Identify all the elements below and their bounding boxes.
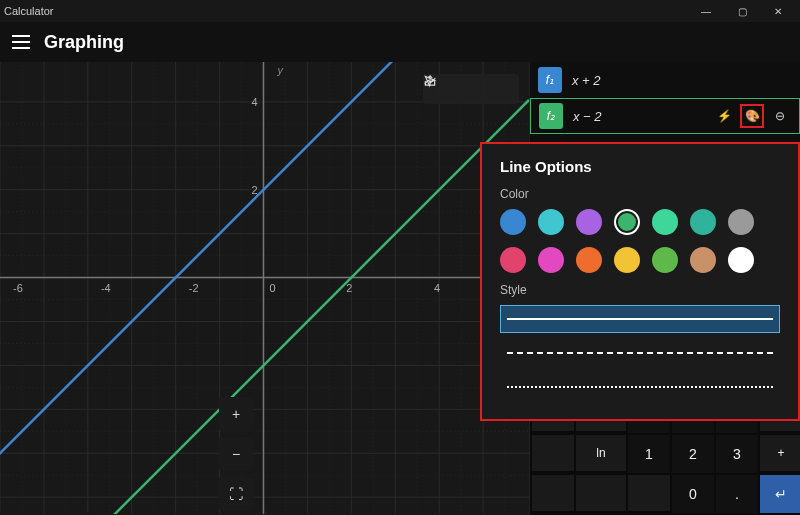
header: Graphing [0, 22, 800, 62]
svg-text:4: 4 [252, 96, 258, 108]
function-expression[interactable]: x − 2 [573, 109, 703, 124]
function-row-2[interactable]: f₂ x − 2 ⚡ 🎨 ⊖ [530, 98, 800, 134]
color-swatch[interactable] [614, 209, 640, 235]
key-0[interactable]: 0 [672, 475, 714, 513]
key-blank[interactable] [628, 475, 670, 511]
plot-f2 [0, 100, 529, 514]
plot-f1 [0, 62, 529, 503]
zoom-out-button[interactable]: − [219, 437, 253, 471]
app-title: Calculator [4, 5, 688, 17]
key-blank[interactable] [576, 475, 626, 511]
color-swatch[interactable] [652, 247, 678, 273]
graph-side-tools: + − ⛶ [219, 397, 253, 511]
color-swatch[interactable] [728, 247, 754, 273]
svg-text:0: 0 [269, 282, 275, 294]
titlebar: Calculator — ▢ ✕ [0, 0, 800, 22]
line-options-popup: Line Options Color Style [480, 142, 800, 421]
line-style-dashed[interactable] [500, 339, 780, 367]
svg-text:-4: -4 [101, 282, 111, 294]
trace-icon[interactable] [487, 74, 519, 104]
svg-text:-2: -2 [189, 282, 199, 294]
line-style-list [500, 305, 780, 401]
key-plus[interactable]: + [760, 435, 800, 471]
key-blank[interactable] [532, 435, 574, 471]
color-section-label: Color [500, 187, 780, 201]
line-style-solid[interactable] [500, 305, 780, 333]
close-button[interactable]: ✕ [760, 0, 796, 22]
function-list: f₁ x + 2 f₂ x − 2 ⚡ 🎨 ⊖ [530, 62, 800, 134]
maximize-button[interactable]: ▢ [724, 0, 760, 22]
color-swatch[interactable] [614, 247, 640, 273]
graph-svg: y -6 -4 -2 0 2 4 2 4 [0, 62, 529, 514]
color-swatch[interactable] [538, 247, 564, 273]
color-swatch[interactable] [538, 209, 564, 235]
color-swatches [500, 209, 780, 273]
analyze-icon[interactable]: ⚡ [713, 105, 735, 127]
function-row-1[interactable]: f₁ x + 2 [530, 62, 800, 98]
color-swatch[interactable] [500, 209, 526, 235]
color-swatch[interactable] [690, 209, 716, 235]
graph-toolbar [423, 74, 519, 104]
share-icon[interactable] [455, 74, 487, 104]
key-2[interactable]: 2 [672, 435, 714, 473]
svg-text:4: 4 [434, 282, 440, 294]
svg-text:2: 2 [346, 282, 352, 294]
color-swatch[interactable] [500, 247, 526, 273]
graph-canvas[interactable]: y -6 -4 -2 0 2 4 2 4 + − ⛶ [0, 62, 530, 515]
color-swatch[interactable] [728, 209, 754, 235]
function-badge: f₂ [539, 103, 563, 129]
menu-icon[interactable] [12, 35, 30, 49]
line-style-icon[interactable]: 🎨 [741, 105, 763, 127]
svg-text:2: 2 [252, 184, 258, 196]
key-enter[interactable]: ↵ [760, 475, 800, 513]
key-1[interactable]: 1 [628, 435, 670, 473]
svg-text:-6: -6 [13, 282, 23, 294]
key-ln[interactable]: ln [576, 435, 626, 471]
popup-title: Line Options [500, 158, 780, 175]
color-swatch[interactable] [576, 247, 602, 273]
color-swatch[interactable] [652, 209, 678, 235]
key-blank[interactable] [532, 475, 574, 511]
key-decimal[interactable]: . [716, 475, 758, 513]
style-section-label: Style [500, 283, 780, 297]
line-style-dotted[interactable] [500, 373, 780, 401]
fullscreen-button[interactable]: ⛶ [219, 477, 253, 511]
zoom-in-button[interactable]: + [219, 397, 253, 431]
color-swatch[interactable] [690, 247, 716, 273]
mode-title: Graphing [44, 32, 124, 53]
color-swatch[interactable] [576, 209, 602, 235]
remove-function-icon[interactable]: ⊖ [769, 105, 791, 127]
svg-text:y: y [276, 64, 284, 76]
function-expression[interactable]: x + 2 [572, 73, 792, 88]
key-3[interactable]: 3 [716, 435, 758, 473]
function-badge: f₁ [538, 67, 562, 93]
window-controls: — ▢ ✕ [688, 0, 796, 22]
minimize-button[interactable]: — [688, 0, 724, 22]
